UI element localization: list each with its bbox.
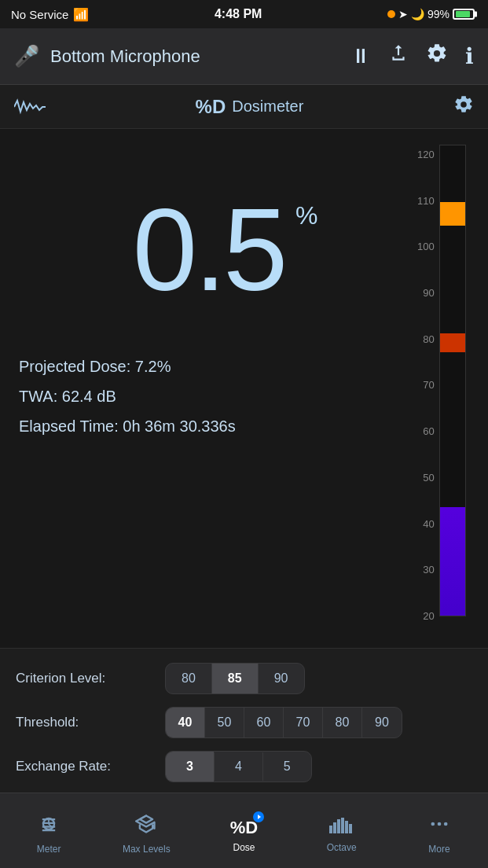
secondary-nav: %D Dosimeter [0, 85, 488, 129]
nav-left: 🎤 Bottom Microphone [14, 44, 200, 68]
meter-container: 120 110 100 90 80 70 60 50 40 30 20 [417, 145, 480, 632]
svg-point-10 [444, 822, 448, 826]
svg-rect-2 [329, 826, 332, 833]
threshold-90[interactable]: 90 [362, 708, 402, 737]
threshold-row: Threshold: 40 50 60 70 80 90 [16, 707, 472, 738]
projected-dose-label: Projected Dose: [19, 358, 130, 375]
meter-segment-orange [440, 202, 465, 226]
svg-rect-4 [337, 819, 340, 833]
share-button[interactable] [388, 43, 409, 69]
threshold-50[interactable]: 50 [205, 708, 244, 737]
threshold-label: Threshold: [16, 715, 165, 730]
svg-rect-3 [333, 822, 336, 833]
tab-max-levels-label: Max Levels [123, 844, 171, 855]
dose-value: 0.5 % [133, 192, 285, 308]
dose-tab-icon: %D [230, 815, 258, 839]
threshold-group[interactable]: 40 50 60 70 80 90 [165, 707, 402, 738]
exchange-group[interactable]: 3 4 5 [165, 751, 312, 782]
moon-icon: 🌙 [411, 8, 424, 20]
meter-segment-red [440, 333, 465, 352]
dose-unit: % [295, 203, 314, 228]
tab-octave-label: Octave [327, 842, 357, 853]
dose-reading: 0.5 % [19, 192, 398, 308]
elapsed-label: Elapsed Time: [19, 417, 119, 435]
mode-label: Dosimeter [232, 97, 303, 116]
twa-label: TWA: [19, 388, 57, 405]
tab-meter[interactable]: Meter [0, 793, 97, 868]
tab-bar[interactable]: Meter Max Levels %D Dose [0, 793, 488, 868]
status-time: 4:48 PM [215, 7, 262, 21]
nav-title: Bottom Microphone [50, 46, 200, 67]
exchange-3[interactable]: 3 [166, 752, 214, 782]
status-carrier: No Service 📶 [11, 7, 89, 22]
more-tab-icon [428, 813, 450, 840]
criterion-85[interactable]: 85 [212, 664, 259, 693]
threshold-40[interactable]: 40 [166, 708, 205, 737]
threshold-60[interactable]: 60 [244, 708, 284, 737]
pause-button[interactable]: ⏸ [350, 44, 371, 68]
mic-icon: 🎤 [14, 44, 39, 68]
left-panel: 0.5 % Projected Dose: 7.2% TWA: 62.4 dB … [0, 129, 417, 648]
battery-nub [475, 12, 477, 17]
nav-icon-status: ➤ [398, 8, 408, 20]
status-bar: No Service 📶 4:48 PM ➤ 🌙 99% [0, 0, 488, 28]
settings-button[interactable] [426, 42, 448, 70]
nav-right[interactable]: ⏸ ℹ [350, 42, 474, 70]
criterion-90[interactable]: 90 [259, 664, 304, 693]
svg-marker-1 [258, 815, 261, 819]
svg-point-9 [438, 822, 442, 826]
meter-label-50: 50 [417, 473, 435, 483]
criterion-80[interactable]: 80 [166, 664, 212, 693]
svg-rect-6 [345, 821, 348, 833]
meter-label-80: 80 [417, 334, 435, 344]
projected-dose-row: Projected Dose: 7.2% [19, 355, 398, 377]
tab-max-levels[interactable]: Max Levels [97, 793, 195, 868]
criterion-row: Criterion Level: 80 85 90 [16, 663, 472, 694]
stats-panel: Projected Dose: 7.2% TWA: 62.4 dB Elapse… [19, 355, 398, 445]
tab-meter-label: Meter [37, 844, 61, 855]
meter-labels: 120 110 100 90 80 70 60 50 40 30 20 [417, 149, 435, 621]
svg-rect-5 [341, 818, 344, 833]
battery-indicator [453, 9, 475, 20]
secondary-settings-button[interactable] [453, 94, 474, 120]
svg-point-8 [431, 822, 435, 826]
meter-label-110: 110 [417, 196, 435, 206]
elapsed-row: Elapsed Time: 0h 36m 30.336s [19, 415, 398, 437]
level-meter-panel: 120 110 100 90 80 70 60 50 40 30 20 [417, 129, 488, 648]
criterion-label: Criterion Level: [16, 671, 165, 686]
main-content: 0.5 % Projected Dose: 7.2% TWA: 62.4 dB … [0, 129, 488, 648]
battery-pct: 99% [427, 8, 449, 20]
tab-octave[interactable]: Octave [293, 793, 391, 868]
exchange-label: Exchange Rate: [16, 759, 165, 774]
mode-symbol: %D [196, 96, 226, 118]
exchange-4[interactable]: 4 [215, 752, 262, 782]
projected-dose-value: 7.2% [135, 358, 171, 375]
tab-dose-label: Dose [233, 842, 255, 853]
tab-more[interactable]: More [391, 793, 488, 868]
max-levels-tab-icon [135, 813, 157, 840]
location-dot [387, 10, 395, 18]
battery-fill [456, 11, 470, 17]
threshold-80[interactable]: 80 [323, 708, 362, 737]
meter-segment-blue [440, 507, 465, 616]
tab-dose[interactable]: %D Dose [195, 793, 292, 868]
meter-tab-icon [38, 813, 60, 840]
wifi-icon: 📶 [73, 7, 89, 22]
meter-label-120: 120 [417, 149, 435, 160]
waveform-icon [14, 97, 46, 116]
meter-label-60: 60 [417, 426, 435, 436]
meter-label-100: 100 [417, 241, 435, 252]
meter-label-90: 90 [417, 288, 435, 298]
carrier-text: No Service [11, 8, 68, 21]
criterion-group[interactable]: 80 85 90 [165, 663, 305, 694]
exchange-5[interactable]: 5 [263, 752, 311, 782]
status-right: ➤ 🌙 99% [387, 8, 477, 20]
meter-label-20: 20 [417, 611, 435, 621]
elapsed-value: 0h 36m 30.336s [123, 417, 235, 435]
threshold-70[interactable]: 70 [284, 708, 323, 737]
twa-value: 62.4 dB [62, 388, 116, 405]
meter-label-30: 30 [417, 565, 435, 575]
info-button[interactable]: ℹ [465, 43, 474, 69]
meter-label-70: 70 [417, 380, 435, 390]
controls-section: Criterion Level: 80 85 90 Threshold: 40 … [0, 648, 488, 809]
